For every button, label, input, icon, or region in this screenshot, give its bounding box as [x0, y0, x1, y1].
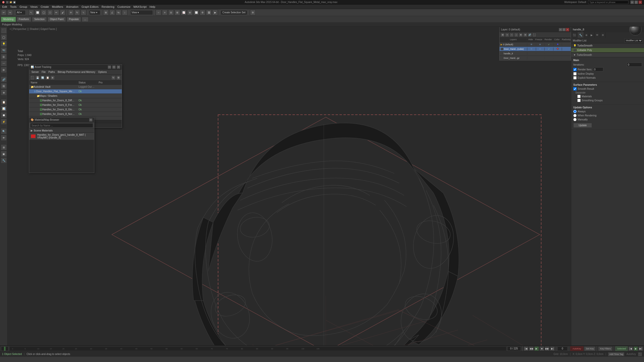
pb-btn3[interactable]: ▶|	[638, 346, 643, 351]
object-paint-btn[interactable]: Object Paint	[48, 17, 66, 22]
extra2-btn[interactable]: ▣	[1, 151, 7, 157]
asset-menu-paths[interactable]: Paths	[47, 70, 56, 74]
layers-tb-4[interactable]: ↓	[514, 33, 518, 37]
menu-item-group[interactable]: Group	[18, 5, 29, 9]
tab-utilities[interactable]: ⚙	[600, 32, 606, 38]
redo-btn[interactable]: ↪	[7, 10, 13, 15]
asset-tb-btn3[interactable]: 🔄	[40, 75, 45, 80]
asset-menu-server[interactable]: Server	[30, 70, 40, 74]
selection-btn[interactable]: Selection	[32, 17, 47, 22]
frame-input[interactable]: 0	[557, 346, 568, 351]
asset-row[interactable]: 🗎Door_Handles_Flat_Square_Metal_mao_vray…	[29, 89, 122, 94]
snap-percent[interactable]: %	[116, 10, 121, 15]
menu-item-rendering[interactable]: Rendering	[100, 5, 116, 9]
layer-row[interactable]: handle_8	[500, 51, 571, 56]
menu-item-tools[interactable]: Tools	[9, 5, 18, 9]
menu-item-help[interactable]: Help	[148, 5, 157, 9]
select-and-link-btn[interactable]: 🔗	[1, 76, 7, 82]
smoothing-groups-check[interactable]	[577, 99, 581, 102]
key-filters-btn[interactable]: Key Filters	[598, 346, 613, 351]
layers-tb-2[interactable]: ×	[505, 33, 509, 37]
layer-row[interactable]: Door_Hand...gz	[500, 56, 571, 60]
undo-btn[interactable]: ↩	[1, 10, 7, 15]
modifier-list-dropdown[interactable]: Modifier List	[625, 38, 642, 42]
create-cameras-btn[interactable]: 📷	[1, 47, 7, 53]
when-rendering-radio[interactable]	[573, 114, 577, 117]
always-radio[interactable]	[573, 110, 577, 113]
tab-motion[interactable]: ▶	[589, 32, 594, 38]
render-iters-input[interactable]	[593, 67, 603, 71]
select-region-circle-btn[interactable]: ◯	[41, 10, 47, 15]
modifier-editablepoly[interactable]: ⬛ Editable Poly	[571, 48, 644, 53]
tab-create[interactable]: ⬛	[571, 32, 578, 38]
timeline-ruler[interactable]: 0 5 10 15 20 25 30 35 40 45 50 55 60 65 …	[9, 346, 506, 351]
populate-btn[interactable]: Populate	[67, 17, 81, 22]
material-browser-header[interactable]: 🎨 Material/Map Browser ×	[29, 117, 94, 122]
asset-tb-settings[interactable]: ⚙	[116, 75, 121, 80]
unlink-btn[interactable]: ⛓	[1, 83, 7, 89]
manually-radio[interactable]	[573, 118, 577, 121]
material-editor-btn[interactable]: ⬜	[193, 10, 199, 15]
view-dropdown[interactable]: New ▾	[89, 10, 100, 15]
layer-row[interactable]: ▶ 0 (default) 👁 ❄ ✓	[500, 42, 571, 47]
modifier-turbosmoooth[interactable]: 💡 TurboSmooth	[571, 43, 644, 48]
select-region-lasso-btn[interactable]: ✏	[54, 10, 59, 15]
add-time-tag-btn[interactable]: Add Time Tag	[608, 352, 624, 356]
asset-list[interactable]: 📁Autodesk Vault Logged Out ... 🗎Door_Han…	[29, 85, 122, 120]
play-btn[interactable]: ▶	[534, 346, 539, 351]
create-sel-set-btn[interactable]: Create Selection Set	[221, 10, 247, 15]
asset-row[interactable]: 📁Maps / Shaders	[29, 94, 122, 98]
asset-row[interactable]: 🖼Handles_for_Doors_8_Glossiness.png Ok	[29, 107, 122, 112]
create-spacewarps-btn[interactable]: 〰	[1, 60, 7, 66]
close-btn[interactable]: ×	[638, 1, 642, 4]
coord-system[interactable]: View ▾	[130, 10, 153, 15]
viewport[interactable]: + [ Perspective ] [ Shaded | Edged Faces…	[8, 27, 644, 345]
layers-tb-6[interactable]: ⊖	[523, 33, 527, 37]
snap-toggle[interactable]: ⊞	[103, 10, 109, 15]
update-btn[interactable]: Update	[573, 123, 592, 128]
mat-search-input[interactable]	[30, 123, 93, 128]
move-btn[interactable]: ✛	[68, 10, 74, 15]
render-setup-btn[interactable]: ⚙	[200, 10, 205, 15]
menu-item-edit[interactable]: Edit	[1, 5, 8, 9]
select-filter-dropdown[interactable]: All ▾	[16, 10, 26, 15]
create-lights-btn[interactable]: 💡	[1, 41, 7, 47]
layers-tb-8[interactable]: ⬛	[532, 33, 536, 37]
layers-tb-5[interactable]: ⊕	[519, 33, 523, 37]
create-systems-btn[interactable]: ⚙	[1, 67, 7, 73]
mat-browser-close[interactable]: ×	[89, 118, 93, 122]
menu-item-create[interactable]: Create	[39, 5, 50, 9]
explicit-normals-check[interactable]	[573, 76, 577, 79]
auto-key-btn[interactable]: AutoKey	[570, 346, 583, 351]
prev-frame-btn[interactable]: |◀	[524, 346, 528, 351]
asset-tb-btn2[interactable]: 💾	[35, 75, 40, 80]
more-btn[interactable]: ...	[82, 17, 88, 22]
asset-tb-btn4[interactable]: 📋	[45, 75, 50, 80]
menu-item-views[interactable]: Views	[29, 5, 39, 9]
align-view-btn[interactable]: ⊟	[168, 10, 174, 15]
layers-tb-7[interactable]: 🔗	[528, 33, 532, 37]
asset-row[interactable]: 🖼Handles_for_Doors_8_Diffuse.png Ok	[29, 98, 122, 103]
layers-panel-restore[interactable]: □	[562, 28, 566, 31]
align-btn[interactable]: ≡	[162, 10, 168, 15]
tab-hierarchy[interactable]: ⊕	[584, 32, 589, 38]
layers-tb-1[interactable]: ⊞	[501, 33, 505, 37]
frame-counter[interactable]: 0 / 225	[507, 346, 521, 351]
mirror-btn[interactable]: ↔	[156, 10, 161, 15]
miniview-btn[interactable]: ⬛	[638, 352, 642, 356]
layers-tb-3[interactable]: ↑	[510, 33, 514, 37]
create-helpers-btn[interactable]: ☰	[1, 54, 7, 60]
time-slider-area[interactable]	[1, 346, 9, 351]
next-key-btn[interactable]: ▶▶	[545, 346, 549, 351]
menu-item-maxscript[interactable]: MAXScript	[132, 5, 148, 9]
snap-angle[interactable]: ∠	[109, 10, 115, 15]
object-properties-btn[interactable]: 📋	[1, 99, 7, 105]
asset-row[interactable]: 🖼Handles_for_Doors_8_Normal.png Ok	[29, 112, 122, 116]
materials-check[interactable]	[577, 95, 581, 98]
menu-item-animation[interactable]: Animation	[65, 5, 80, 9]
iterations-input[interactable]	[627, 63, 642, 67]
smooth-result-check[interactable]	[573, 87, 577, 90]
asset-menu-options[interactable]: Options	[97, 70, 108, 74]
rotate-btn[interactable]: ↻	[74, 10, 80, 15]
menu-item-customize[interactable]: Customize	[116, 5, 132, 9]
